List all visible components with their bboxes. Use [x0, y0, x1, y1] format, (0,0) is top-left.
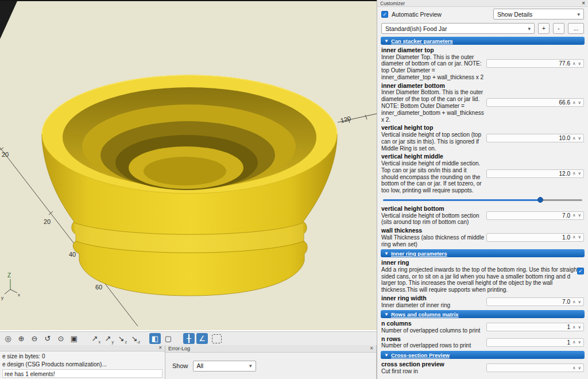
zoom-fit-button[interactable]: ⊙ — [55, 333, 67, 344]
triangle-down-icon: ▼ — [384, 353, 389, 358]
spin-down-button[interactable]: ∨ — [578, 300, 582, 304]
spin-down-button[interactable]: ∨ — [578, 171, 582, 176]
param-description: Number of overlapped rows to print — [381, 342, 484, 349]
wall-thickness-spinbox[interactable]: 1.0 ∧ ∨ — [486, 233, 584, 242]
show-edges-button[interactable]: ▣ — [68, 333, 80, 344]
preset-remove-button[interactable]: - — [553, 23, 564, 34]
param-description: Wall Thickness (also thickness of middle… — [381, 234, 484, 248]
error-log-title: Error-Log — [168, 346, 370, 351]
inner-ring-checkbox[interactable]: ✓ — [577, 268, 584, 274]
select-region-button[interactable] — [212, 334, 222, 343]
console-line: e design (CSG Products normalization)... — [2, 361, 163, 369]
view-z-label: z — [125, 340, 127, 344]
param-vertical-height-middle: vertical height middle Vertical inside h… — [377, 152, 588, 195]
param-name: inner ring width — [381, 295, 484, 302]
details-combobox-value: Show Details — [497, 11, 532, 18]
can-stacker-model — [42, 75, 337, 296]
console-close-icon[interactable]: × — [158, 345, 162, 351]
axis-tick-40: 40 — [69, 251, 76, 258]
param-description: Inner diameter of inner ring — [381, 302, 484, 309]
spin-up-button[interactable]: ∧ — [572, 171, 576, 176]
error-log-filter-combobox[interactable]: All ▾ — [193, 361, 256, 372]
spin-down-button[interactable]: ∨ — [578, 136, 582, 141]
param-description: Vertical inside height of top section (t… — [381, 132, 484, 152]
center-view-button[interactable]: ╂ — [183, 333, 195, 344]
param-name: inner diameter bottom — [381, 82, 484, 90]
viewport-canvas: 20 20 40 60 120 — [0, 1, 377, 330]
error-log-filter-value: All — [197, 362, 204, 369]
perspective-button[interactable]: ◧ — [149, 333, 161, 344]
details-combobox[interactable]: Show Details ▾ — [493, 9, 584, 20]
preset-more-button[interactable]: ... — [568, 23, 584, 34]
section-inner-ring-parameters[interactable]: ▼ Inner ring parameters — [381, 249, 585, 257]
vertical-height-middle-slider[interactable] — [383, 196, 582, 203]
view-diagonal-button[interactable]: ↘-z — [129, 333, 140, 344]
orthographic-button[interactable]: ▢ — [163, 333, 174, 344]
check-icon: ✓ — [382, 11, 387, 17]
n-columns-spinbox[interactable]: 1 ∧ ∨ — [486, 323, 584, 331]
spin-up-button[interactable]: ∧ — [572, 340, 576, 345]
spin-up-button[interactable]: ∧ — [572, 100, 576, 105]
console-line: e size in bytes: 0 — [2, 353, 163, 361]
cross-section-preview-spinbox[interactable]: ∧ ∨ — [486, 363, 584, 372]
param-name: n columns — [381, 320, 484, 327]
vertical-height-middle-spinbox[interactable]: 12.0 ∧ ∨ — [486, 169, 584, 178]
view-y-button[interactable]: ↗y — [102, 333, 114, 344]
view-axes-button[interactable]: ∠ — [196, 333, 208, 344]
zoom-in-button[interactable]: ⊕ — [16, 333, 27, 344]
zoom-in-icon: ⊕ — [18, 334, 25, 343]
reset-view-button[interactable]: ↺ — [42, 333, 53, 344]
n-rows-spinbox[interactable]: 1 ∧ ∨ — [486, 338, 584, 347]
preset-combobox[interactable]: Standard(ish) Food Jar ▾ — [381, 23, 535, 34]
inner-diameter-bottom-spinbox[interactable]: 66.6 ∧ ∨ — [486, 98, 584, 107]
vertical-height-bottom-spinbox[interactable]: 7.0 ∧ ∨ — [486, 211, 584, 220]
gizmo-y-label: y — [1, 295, 3, 300]
3d-viewport[interactable]: 20 20 40 60 120 — [0, 0, 377, 330]
customizer-preview-row: ✓ Automatic Preview Show Details ▾ — [377, 7, 588, 21]
spin-down-button[interactable]: ∨ — [578, 213, 582, 218]
spin-down-button[interactable]: ∨ — [578, 61, 582, 66]
view-all-button[interactable]: ◎ — [2, 333, 14, 344]
axis-tick-20-left: 20 — [2, 151, 9, 158]
inner-ring-width-spinbox[interactable]: 7.0 ∧ ∨ — [486, 297, 584, 306]
spin-down-button[interactable]: ∨ — [578, 235, 582, 239]
preset-add-button[interactable]: + — [538, 23, 550, 34]
spin-up-button[interactable]: ∧ — [572, 61, 576, 66]
spin-down-button[interactable]: ∨ — [578, 366, 582, 370]
slider-handle[interactable] — [537, 197, 543, 203]
param-vertical-height-bottom: vertical height bottom Vertical inside h… — [377, 204, 588, 226]
error-log-close-icon[interactable]: × — [370, 346, 373, 351]
view-z-button[interactable]: ↘z — [115, 333, 127, 344]
param-description: Inner Diameter Bottom. This is the outer… — [381, 89, 484, 123]
spin-down-button[interactable]: ∨ — [578, 325, 582, 330]
spin-up-button[interactable]: ∧ — [572, 136, 576, 141]
inner-diameter-top-spinbox[interactable]: 77.6 ∧ ∨ — [486, 59, 584, 68]
param-description: Number of overlapped columns to print — [381, 327, 484, 334]
view-x-button[interactable]: ↗x — [89, 333, 100, 344]
customizer-close-icon[interactable]: × — [582, 1, 585, 6]
triangle-down-icon: ▼ — [384, 312, 389, 317]
section-rows-columns-matrix[interactable]: ▼ Rows and columns matrix — [381, 310, 585, 318]
spin-up-button[interactable]: ∧ — [572, 325, 576, 330]
view-z-icon: ↘ — [118, 334, 125, 343]
param-name: wall thickness — [381, 227, 484, 234]
section-cross-section-preview[interactable]: ▼ Cross-section Preview — [381, 351, 585, 359]
slider-track-filled — [383, 199, 540, 201]
spin-down-button[interactable]: ∨ — [578, 340, 582, 345]
section-can-stacker-parameters[interactable]: ▼ Can stacker parameters — [381, 37, 585, 45]
spin-up-button[interactable]: ∧ — [572, 366, 576, 370]
spin-up-button[interactable]: ∧ — [572, 235, 576, 239]
zoom-out-button[interactable]: ⊖ — [29, 333, 40, 344]
spin-up-button[interactable]: ∧ — [572, 300, 576, 304]
error-log-header: Error-Log × — [165, 345, 376, 353]
param-inner-diameter-bottom: inner diameter bottom Inner Diameter Bot… — [377, 82, 588, 124]
orthographic-icon: ▢ — [165, 334, 172, 343]
view-all-icon: ◎ — [5, 334, 11, 343]
spin-up-button[interactable]: ∧ — [572, 213, 576, 218]
section-title: Inner ring parameters — [391, 250, 447, 257]
axis-tick-60: 60 — [95, 284, 102, 291]
spin-down-button[interactable]: ∨ — [578, 100, 582, 105]
vertical-height-top-spinbox[interactable]: 10.0 ∧ ∨ — [486, 134, 584, 142]
automatic-preview-checkbox[interactable]: ✓ — [381, 11, 388, 18]
chevron-down-icon: ▾ — [249, 363, 252, 369]
